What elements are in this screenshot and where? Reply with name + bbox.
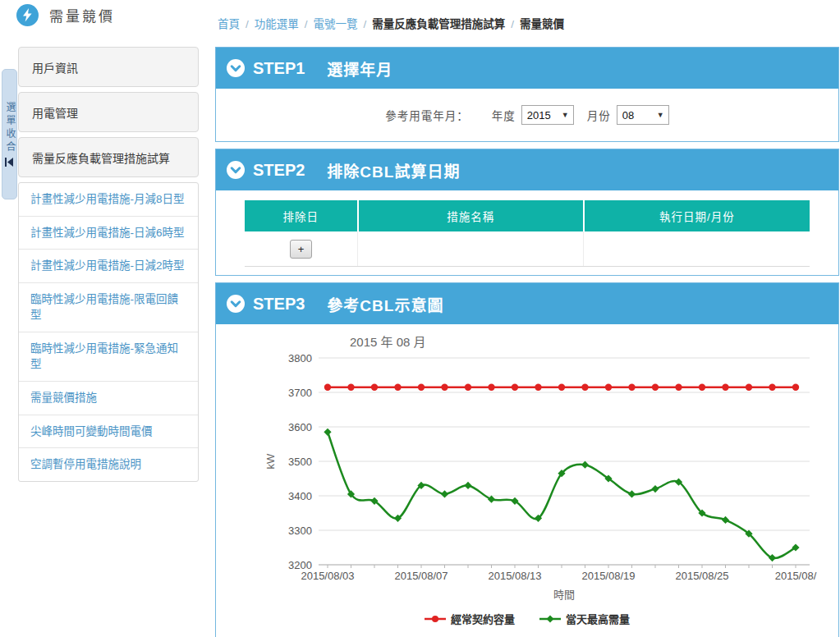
- legend-item: 當天最高需量: [539, 611, 630, 626]
- sidebar: 用戶資訊 用電管理 需量反應負載管理措施試算 計畫性減少用電措施-月減8日型計畫…: [18, 47, 199, 482]
- breadcrumb-item: 需量競價: [520, 18, 564, 30]
- svg-text:2015/08/25: 2015/08/25: [675, 570, 728, 582]
- column-header-exclude-day: 排除日: [245, 200, 358, 231]
- legend-item: 經常契約容量: [425, 611, 515, 626]
- svg-text:2015/08/: 2015/08/: [775, 570, 817, 582]
- breadcrumb-item: 需量反應負載管理措施試算: [372, 18, 505, 30]
- menu-collapse-label: 選單收合: [3, 102, 16, 154]
- breadcrumb-item[interactable]: 首頁: [218, 18, 240, 30]
- breadcrumb-item[interactable]: 電號一覽: [314, 18, 358, 30]
- step3-badge: STEP3: [253, 295, 305, 314]
- page: 需量競價 首頁/功能選單/電號一覽/需量反應負載管理措施試算/需量競價 選單收合…: [0, 0, 840, 637]
- chevron-down-icon: ▼: [657, 111, 664, 119]
- cbl-chart: 38003700360035003400330032002015/08/0320…: [216, 324, 838, 637]
- sidebar-subitem[interactable]: 計畫性減少用電措施-月減8日型: [19, 183, 198, 217]
- breadcrumb-item[interactable]: 功能選單: [255, 18, 299, 30]
- svg-text:2015/08/07: 2015/08/07: [394, 570, 448, 582]
- sidebar-subitem[interactable]: 臨時性減少用電措施-緊急通知型: [19, 332, 198, 382]
- legend-label: 當天最高需量: [566, 611, 630, 626]
- svg-text:3500: 3500: [288, 456, 312, 468]
- step1-badge: STEP1: [253, 59, 305, 78]
- sidebar-subitem[interactable]: 臨時性減少用電措施-限電回饋型: [19, 283, 198, 332]
- chevron-down-circle-icon: [227, 295, 245, 313]
- execution-date-cell: [584, 231, 810, 267]
- step1-section: STEP1 選擇年月 參考用電年月： 年度 2015 ▼ 月份 08 ▼: [215, 47, 839, 142]
- svg-text:3300: 3300: [288, 525, 312, 537]
- svg-text:2015/08/19: 2015/08/19: [581, 570, 635, 582]
- breadcrumb-separator: /: [246, 18, 249, 30]
- breadcrumb-separator: /: [364, 18, 367, 30]
- step3-section: STEP3 參考CBL示意圖 3800370036003500340033003…: [215, 282, 839, 637]
- sidebar-submenu: 計畫性減少用電措施-月減8日型計畫性減少用電措施-日減6時型計畫性減少用電措施-…: [18, 182, 199, 482]
- svg-text:3800: 3800: [288, 352, 312, 364]
- sidebar-item-power-management[interactable]: 用電管理: [18, 92, 199, 132]
- month-label: 月份: [587, 107, 611, 123]
- main-content: STEP1 選擇年月 參考用電年月： 年度 2015 ▼ 月份 08 ▼: [215, 47, 839, 637]
- svg-text:2015 年 08 月: 2015 年 08 月: [350, 335, 426, 349]
- page-title: 需量競價: [49, 5, 115, 25]
- sidebar-subitem[interactable]: 空調暫停用電措施說明: [19, 448, 198, 481]
- sidebar-subitem[interactable]: 計畫性減少用電措施-日減2時型: [19, 250, 198, 283]
- collapse-left-icon: [5, 158, 14, 167]
- chart-legend: 經常契約容量當天最高需量: [216, 611, 838, 626]
- add-exclude-day-button[interactable]: +: [290, 240, 312, 259]
- sidebar-subitem[interactable]: 計畫性減少用電措施-日減6時型: [19, 217, 198, 250]
- month-select[interactable]: 08 ▼: [617, 105, 669, 125]
- step3-header[interactable]: STEP3 參考CBL示意圖: [216, 283, 838, 324]
- svg-text:kW: kW: [264, 453, 277, 470]
- sidebar-item-demand-response-trial[interactable]: 需量反應負載管理措施試算: [18, 137, 199, 177]
- svg-text:3600: 3600: [288, 421, 312, 433]
- step2-body: 排除日 措施名稱 執行日期/月份 +: [216, 190, 838, 275]
- svg-text:2015/08/03: 2015/08/03: [301, 570, 354, 582]
- column-header-measure-name: 措施名稱: [358, 200, 584, 231]
- sidebar-item-label: 用戶資訊: [32, 59, 78, 76]
- sidebar-item-user-info[interactable]: 用戶資訊: [18, 47, 199, 87]
- sidebar-subitem[interactable]: 需量競價措施: [19, 382, 198, 415]
- exclude-day-cell: +: [245, 231, 358, 267]
- svg-text:時間: 時間: [553, 589, 575, 601]
- chevron-down-circle-icon: [227, 59, 245, 77]
- year-label: 年度: [492, 107, 516, 123]
- step1-title: 選擇年月: [327, 57, 392, 80]
- breadcrumb-separator: /: [305, 18, 308, 30]
- svg-text:3700: 3700: [288, 387, 312, 399]
- sidebar-item-label: 用電管理: [32, 104, 78, 121]
- breadcrumb-separator: /: [511, 18, 514, 30]
- year-select-value: 2015: [527, 109, 551, 121]
- reference-month-label: 參考用電年月：: [385, 107, 469, 123]
- diamond-marker-icon: [539, 614, 561, 624]
- lightning-icon: [16, 4, 39, 26]
- column-header-execution-date: 執行日期/月份: [584, 200, 810, 231]
- breadcrumb: 首頁/功能選單/電號一覽/需量反應負載管理措施試算/需量競價: [218, 15, 564, 31]
- step2-header[interactable]: STEP2 排除CBL試算日期: [216, 149, 838, 190]
- svg-text:3400: 3400: [288, 490, 312, 502]
- month-select-value: 08: [622, 109, 634, 121]
- step2-title: 排除CBL試算日期: [327, 159, 460, 181]
- measure-name-cell: [358, 231, 584, 267]
- legend-label: 經常契約容量: [451, 611, 515, 626]
- step1-body: 參考用電年月： 年度 2015 ▼ 月份 08 ▼: [216, 89, 838, 141]
- step1-header[interactable]: STEP1 選擇年月: [216, 48, 838, 89]
- circle-marker-icon: [425, 614, 446, 624]
- chevron-down-icon: ▼: [562, 111, 569, 119]
- app-header: 需量競價: [16, 4, 115, 26]
- step3-body: 38003700360035003400330032002015/08/0320…: [216, 324, 838, 637]
- step2-badge: STEP2: [253, 161, 305, 180]
- cbl-exclusion-table: 排除日 措施名稱 執行日期/月份 +: [245, 200, 810, 267]
- step2-section: STEP2 排除CBL試算日期 排除日 措施名稱 執行日期/月份: [215, 149, 839, 276]
- table-row: +: [245, 231, 810, 267]
- sidebar-subitem[interactable]: 尖峰時間可變動時間電價: [19, 415, 198, 449]
- chevron-down-circle-icon: [227, 161, 245, 179]
- year-select[interactable]: 2015 ▼: [521, 105, 574, 125]
- step3-title: 參考CBL示意圖: [327, 293, 443, 315]
- sidebar-item-label: 需量反應負載管理措施試算: [32, 149, 170, 166]
- menu-collapse-tab[interactable]: 選單收合: [2, 69, 17, 199]
- svg-text:2015/08/13: 2015/08/13: [488, 570, 541, 582]
